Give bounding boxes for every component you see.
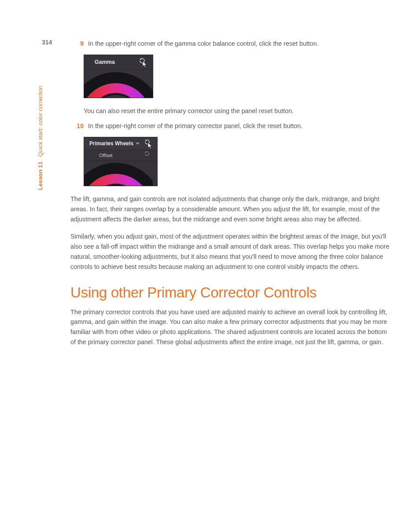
paragraph: You can also reset the entire primary co…	[84, 106, 390, 116]
figure-gamma-panel: Gamma	[84, 55, 390, 98]
cursor-icon	[142, 61, 148, 68]
paragraph: Similarly, when you adjust gain, most of…	[70, 231, 390, 272]
primaries-panel: Primaries Wheels Offset	[84, 137, 158, 186]
step-9: 9 In the upper-right corner of the gamma…	[70, 39, 390, 48]
page-number: 314	[42, 39, 52, 46]
cursor-icon	[147, 142, 154, 149]
paragraph: The primary corrector controls that you …	[70, 307, 390, 348]
offset-row: Offset	[84, 150, 157, 161]
offset-reset-icon[interactable]	[144, 151, 154, 160]
step-number: 10	[70, 121, 88, 131]
offset-color-wheel[interactable]	[84, 161, 153, 186]
chevron-down-icon	[136, 140, 140, 147]
step-text: In the upper-right corner of the primary…	[88, 121, 390, 131]
figure-primaries-panel: Primaries Wheels Offset	[84, 137, 390, 186]
primaries-label: Primaries Wheels	[89, 140, 133, 147]
reset-icon[interactable]	[139, 57, 148, 67]
primaries-panel-header: Primaries Wheels	[84, 137, 157, 150]
page: 314 Lesson 11 Quick start: color correct…	[0, 0, 420, 518]
paragraph: The lift, gamma, and gain controls are n…	[70, 194, 390, 224]
gamma-panel: Gamma	[84, 55, 153, 98]
panel-reset-icon[interactable]	[144, 139, 154, 148]
step-text: In the upper-right corner of the gamma c…	[88, 39, 390, 48]
step-10: 10 In the upper-right corner of the prim…	[70, 121, 390, 131]
offset-label: Offset	[99, 153, 112, 158]
gamma-panel-header: Gamma	[84, 55, 153, 70]
gamma-color-wheel[interactable]	[84, 70, 153, 98]
primaries-dropdown[interactable]: Primaries Wheels	[89, 140, 140, 147]
section-heading: Using other Primary Corrector Controls	[70, 284, 390, 301]
step-number: 9	[70, 39, 88, 48]
gamma-label: Gamma	[95, 59, 115, 65]
lesson-number: Lesson 11	[37, 162, 44, 190]
chapter-label: Lesson 11 Quick start: color correction	[37, 86, 44, 191]
lesson-title: Quick start: color correction	[37, 86, 44, 157]
